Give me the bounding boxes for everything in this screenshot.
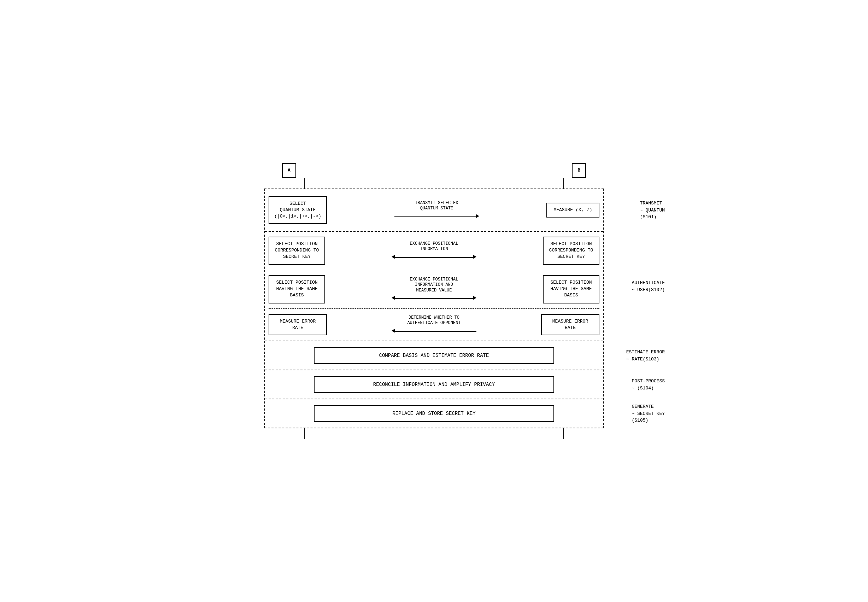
measure-box: MEASURE (X, Z) xyxy=(547,203,599,218)
a-top-line xyxy=(304,178,305,189)
side-s104: POST-PROCESS ~ (S104) xyxy=(632,378,665,392)
bottom-connector xyxy=(261,428,607,439)
arrow-left-icon2 xyxy=(392,295,395,302)
side-s102: AUTHENTICATE ~ USER(S102) xyxy=(632,280,665,293)
h-line-ex2 xyxy=(395,298,473,299)
top-connector xyxy=(261,178,607,189)
select-same-basis-b-box: SELECT POSITION HAVING THE SAME BASIS xyxy=(543,275,599,304)
side-s105: GENERATE ~ SECRET KEY (S105) xyxy=(632,403,665,424)
a-bottom-line xyxy=(304,428,305,439)
arrow-both-exchange2 xyxy=(392,295,476,302)
transmit-quantum-row: SELECT QUANTUM STATE (|0>,|1>,|+>,|->) T… xyxy=(265,189,603,232)
b-top-line xyxy=(563,178,564,189)
arrow-right-icon xyxy=(476,213,479,220)
side-s103: ESTIMATE ERROR ~ RATE(S103) xyxy=(626,349,665,362)
select-same-basis-a-box: SELECT POSITION HAVING THE SAME BASIS xyxy=(269,275,325,304)
select-pos-secret-a-box: SELECT POSITION CORRESPONDING TO SECRET … xyxy=(269,236,325,265)
auth-row-4: MEASURE ERROR RATE DETERMINE WHETHER TO … xyxy=(265,309,603,341)
h-line-left xyxy=(394,217,476,217)
select-quantum-box: SELECT QUANTUM STATE (|0>,|1>,|+>,|->) xyxy=(269,196,327,224)
auth-section: SELECT POSITION CORRESPONDING TO SECRET … xyxy=(265,232,603,341)
determine-auth-line xyxy=(327,328,541,335)
arrow-both-determine xyxy=(392,328,476,335)
exchange-pos-measured-label: EXCHANGE POSITIONAL INFORMATION AND MEAS… xyxy=(410,277,458,293)
exchange-pos-line xyxy=(325,254,543,261)
arrow-right-icon1 xyxy=(473,254,476,261)
transmit-arrow-line xyxy=(327,213,547,220)
determine-auth-label: DETERMINE WHETHER TO AUTHENTICATE OPPONE… xyxy=(407,315,461,326)
h-line-det xyxy=(395,331,476,332)
b-bottom-line xyxy=(563,428,564,439)
compare-basis-box: COMPARE BASIS AND ESTIMATE ERROR RATE xyxy=(314,347,554,364)
reconcile-box: RECONCILE INFORMATION AND AMPLIFY PRIVAC… xyxy=(314,376,554,393)
measure-error-b-box: MEASURE ERROR RATE xyxy=(541,314,599,335)
replace-store-row: REPLACE AND STORE SECRET KEY GENERATE ~ … xyxy=(265,399,603,428)
select-pos-secret-b-box: SELECT POSITION CORRESPONDING TO SECRET … xyxy=(543,236,599,265)
measure-error-a-box: MEASURE ERROR RATE xyxy=(269,314,327,335)
main-container: SELECT QUANTUM STATE (|0>,|1>,|+>,|->) T… xyxy=(264,189,604,428)
replace-store-box: REPLACE AND STORE SECRET KEY xyxy=(314,405,554,422)
b-label: B xyxy=(572,163,586,178)
exchange-pos-area: EXCHANGE POSITIONAL INFORMATION xyxy=(325,241,543,261)
arrow-both-exchange xyxy=(392,254,476,261)
arrow-left-icon3 xyxy=(392,328,395,335)
exchange-pos-measured-area: EXCHANGE POSITIONAL INFORMATION AND MEAS… xyxy=(325,277,543,302)
auth-row-3: SELECT POSITION HAVING THE SAME BASIS EX… xyxy=(265,270,603,309)
side-s101: TRANSMIT ~ QUANTUM (S101) xyxy=(640,200,665,221)
transmit-arrow-label: TRANSMIT SELECTED QUANTUM STATE xyxy=(415,201,458,212)
determine-auth-area: DETERMINE WHETHER TO AUTHENTICATE OPPONE… xyxy=(327,315,541,335)
reconcile-row: RECONCILE INFORMATION AND AMPLIFY PRIVAC… xyxy=(265,370,603,399)
arrow-right-icon2 xyxy=(473,295,476,302)
exchange-pos-label: EXCHANGE POSITIONAL INFORMATION xyxy=(410,241,458,252)
top-labels: A B xyxy=(261,163,607,178)
arrow-both-transmit xyxy=(394,213,479,220)
exchange-pos-measured-line xyxy=(325,295,543,302)
diagram-wrapper: A B SELECT QUANTUM STATE (|0>,|1>,|+>,|-… xyxy=(261,163,607,439)
transmit-arrow-area: TRANSMIT SELECTED QUANTUM STATE xyxy=(327,201,547,220)
h-line-ex xyxy=(395,257,473,258)
auth-row-2: SELECT POSITION CORRESPONDING TO SECRET … xyxy=(265,232,603,270)
arrow-left-icon1 xyxy=(392,254,395,261)
compare-basis-row: COMPARE BASIS AND ESTIMATE ERROR RATE ES… xyxy=(265,341,603,370)
a-label: A xyxy=(282,163,296,178)
